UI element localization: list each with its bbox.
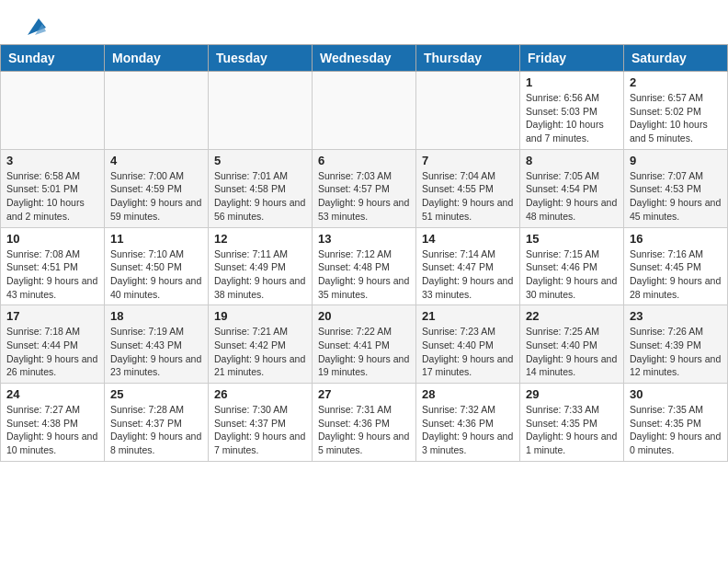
- day-info: Sunrise: 7:32 AMSunset: 4:36 PMDaylight:…: [422, 403, 514, 457]
- calendar-table: SundayMondayTuesdayWednesdayThursdayFrid…: [0, 44, 728, 462]
- day-number: 25: [110, 387, 202, 401]
- day-number: 21: [422, 309, 514, 323]
- day-number: 14: [422, 232, 514, 246]
- calendar-cell: 27Sunrise: 7:31 AMSunset: 4:36 PMDayligh…: [313, 384, 416, 462]
- calendar-cell: [105, 72, 209, 150]
- day-info: Sunrise: 7:15 AMSunset: 4:46 PMDaylight:…: [526, 247, 618, 302]
- column-header-monday: Monday: [105, 45, 209, 72]
- day-info: Sunrise: 7:00 AMSunset: 4:59 PMDaylight:…: [110, 169, 202, 224]
- day-info: Sunrise: 7:30 AMSunset: 4:37 PMDaylight:…: [214, 403, 306, 457]
- day-number: 26: [214, 387, 306, 401]
- calendar-week-2: 3Sunrise: 6:58 AMSunset: 5:01 PMDaylight…: [1, 149, 728, 227]
- logo-icon: [20, 15, 46, 40]
- calendar-cell: [209, 72, 313, 150]
- calendar-cell: 23Sunrise: 7:26 AMSunset: 4:39 PMDayligh…: [624, 305, 728, 384]
- day-number: 12: [214, 232, 306, 246]
- calendar-week-3: 10Sunrise: 7:08 AMSunset: 4:51 PMDayligh…: [1, 227, 728, 305]
- day-number: 30: [630, 387, 722, 401]
- day-number: 8: [526, 154, 618, 167]
- day-number: 4: [110, 154, 202, 167]
- day-info: Sunrise: 7:10 AMSunset: 4:50 PMDaylight:…: [110, 247, 202, 302]
- day-info: Sunrise: 7:08 AMSunset: 4:51 PMDaylight:…: [6, 247, 98, 302]
- page-header: [0, 0, 728, 44]
- day-info: Sunrise: 7:03 AMSunset: 4:57 PMDaylight:…: [318, 169, 410, 224]
- day-info: Sunrise: 7:33 AMSunset: 4:35 PMDaylight:…: [526, 403, 618, 457]
- calendar-cell: 1Sunrise: 6:56 AMSunset: 5:03 PMDaylight…: [520, 72, 624, 150]
- calendar-cell: 29Sunrise: 7:33 AMSunset: 4:35 PMDayligh…: [520, 384, 624, 462]
- calendar-cell: 2Sunrise: 6:57 AMSunset: 5:02 PMDaylight…: [624, 72, 728, 150]
- calendar-week-1: 1Sunrise: 6:56 AMSunset: 5:03 PMDaylight…: [1, 72, 728, 150]
- calendar-cell: 24Sunrise: 7:27 AMSunset: 4:38 PMDayligh…: [1, 384, 105, 462]
- column-header-saturday: Saturday: [624, 45, 728, 72]
- calendar-cell: 16Sunrise: 7:16 AMSunset: 4:45 PMDayligh…: [624, 227, 728, 305]
- calendar-cell: 28Sunrise: 7:32 AMSunset: 4:36 PMDayligh…: [416, 384, 520, 462]
- calendar-header-row: SundayMondayTuesdayWednesdayThursdayFrid…: [1, 45, 728, 72]
- day-number: 18: [110, 309, 202, 323]
- calendar-cell: 3Sunrise: 6:58 AMSunset: 5:01 PMDaylight…: [1, 149, 105, 227]
- day-info: Sunrise: 7:14 AMSunset: 4:47 PMDaylight:…: [422, 247, 514, 302]
- calendar-cell: 26Sunrise: 7:30 AMSunset: 4:37 PMDayligh…: [209, 384, 313, 462]
- day-number: 7: [422, 154, 514, 167]
- calendar-cell: 20Sunrise: 7:22 AMSunset: 4:41 PMDayligh…: [313, 305, 416, 384]
- calendar-cell: 15Sunrise: 7:15 AMSunset: 4:46 PMDayligh…: [520, 227, 624, 305]
- day-info: Sunrise: 7:05 AMSunset: 4:54 PMDaylight:…: [526, 169, 618, 224]
- calendar-cell: 21Sunrise: 7:23 AMSunset: 4:40 PMDayligh…: [416, 305, 520, 384]
- day-number: 28: [422, 387, 514, 401]
- day-info: Sunrise: 7:28 AMSunset: 4:37 PMDaylight:…: [110, 403, 202, 457]
- day-info: Sunrise: 7:11 AMSunset: 4:49 PMDaylight:…: [214, 247, 306, 302]
- day-info: Sunrise: 7:01 AMSunset: 4:58 PMDaylight:…: [214, 169, 306, 224]
- calendar-cell: 12Sunrise: 7:11 AMSunset: 4:49 PMDayligh…: [209, 227, 313, 305]
- day-number: 10: [6, 232, 98, 246]
- calendar-week-5: 24Sunrise: 7:27 AMSunset: 4:38 PMDayligh…: [1, 384, 728, 462]
- column-header-wednesday: Wednesday: [313, 45, 416, 72]
- day-number: 15: [526, 232, 618, 246]
- day-info: Sunrise: 7:21 AMSunset: 4:42 PMDaylight:…: [214, 325, 306, 379]
- calendar-cell: [313, 72, 416, 150]
- day-info: Sunrise: 7:04 AMSunset: 4:55 PMDaylight:…: [422, 169, 514, 224]
- calendar-cell: 11Sunrise: 7:10 AMSunset: 4:50 PMDayligh…: [105, 227, 209, 305]
- calendar-cell: 30Sunrise: 7:35 AMSunset: 4:35 PMDayligh…: [624, 384, 728, 462]
- calendar-cell: 9Sunrise: 7:07 AMSunset: 4:53 PMDaylight…: [624, 149, 728, 227]
- calendar-cell: 14Sunrise: 7:14 AMSunset: 4:47 PMDayligh…: [416, 227, 520, 305]
- day-info: Sunrise: 7:26 AMSunset: 4:39 PMDaylight:…: [630, 325, 722, 379]
- day-number: 6: [318, 154, 410, 167]
- day-number: 17: [6, 309, 98, 323]
- day-info: Sunrise: 7:12 AMSunset: 4:48 PMDaylight:…: [318, 247, 410, 302]
- column-header-tuesday: Tuesday: [209, 45, 313, 72]
- day-number: 9: [630, 154, 722, 167]
- day-info: Sunrise: 7:18 AMSunset: 4:44 PMDaylight:…: [6, 325, 98, 379]
- calendar-cell: 10Sunrise: 7:08 AMSunset: 4:51 PMDayligh…: [1, 227, 105, 305]
- calendar-cell: [1, 72, 105, 150]
- calendar-cell: 25Sunrise: 7:28 AMSunset: 4:37 PMDayligh…: [105, 384, 209, 462]
- day-number: 29: [526, 387, 618, 401]
- day-info: Sunrise: 7:23 AMSunset: 4:40 PMDaylight:…: [422, 325, 514, 379]
- day-number: 1: [526, 75, 618, 89]
- calendar-cell: 5Sunrise: 7:01 AMSunset: 4:58 PMDaylight…: [209, 149, 313, 227]
- day-info: Sunrise: 7:27 AMSunset: 4:38 PMDaylight:…: [6, 403, 98, 457]
- calendar-week-4: 17Sunrise: 7:18 AMSunset: 4:44 PMDayligh…: [1, 305, 728, 384]
- day-number: 22: [526, 309, 618, 323]
- calendar-cell: 4Sunrise: 7:00 AMSunset: 4:59 PMDaylight…: [105, 149, 209, 227]
- day-info: Sunrise: 7:19 AMSunset: 4:43 PMDaylight:…: [110, 325, 202, 379]
- calendar-cell: 8Sunrise: 7:05 AMSunset: 4:54 PMDaylight…: [520, 149, 624, 227]
- day-info: Sunrise: 6:57 AMSunset: 5:02 PMDaylight:…: [630, 91, 722, 145]
- day-number: 19: [214, 309, 306, 323]
- calendar-cell: 13Sunrise: 7:12 AMSunset: 4:48 PMDayligh…: [313, 227, 416, 305]
- calendar-cell: [416, 72, 520, 150]
- calendar-cell: 19Sunrise: 7:21 AMSunset: 4:42 PMDayligh…: [209, 305, 313, 384]
- day-info: Sunrise: 7:16 AMSunset: 4:45 PMDaylight:…: [630, 247, 722, 302]
- day-number: 11: [110, 232, 202, 246]
- column-header-friday: Friday: [520, 45, 624, 72]
- day-number: 13: [318, 232, 410, 246]
- day-info: Sunrise: 7:22 AMSunset: 4:41 PMDaylight:…: [318, 325, 410, 379]
- calendar-cell: 17Sunrise: 7:18 AMSunset: 4:44 PMDayligh…: [1, 305, 105, 384]
- logo: [18, 15, 46, 40]
- day-info: Sunrise: 6:56 AMSunset: 5:03 PMDaylight:…: [526, 91, 618, 145]
- day-info: Sunrise: 7:31 AMSunset: 4:36 PMDaylight:…: [318, 403, 410, 457]
- day-info: Sunrise: 7:07 AMSunset: 4:53 PMDaylight:…: [630, 169, 722, 224]
- column-header-thursday: Thursday: [416, 45, 520, 72]
- calendar-cell: 22Sunrise: 7:25 AMSunset: 4:40 PMDayligh…: [520, 305, 624, 384]
- day-number: 5: [214, 154, 306, 167]
- day-number: 2: [630, 75, 722, 89]
- calendar-cell: 6Sunrise: 7:03 AMSunset: 4:57 PMDaylight…: [313, 149, 416, 227]
